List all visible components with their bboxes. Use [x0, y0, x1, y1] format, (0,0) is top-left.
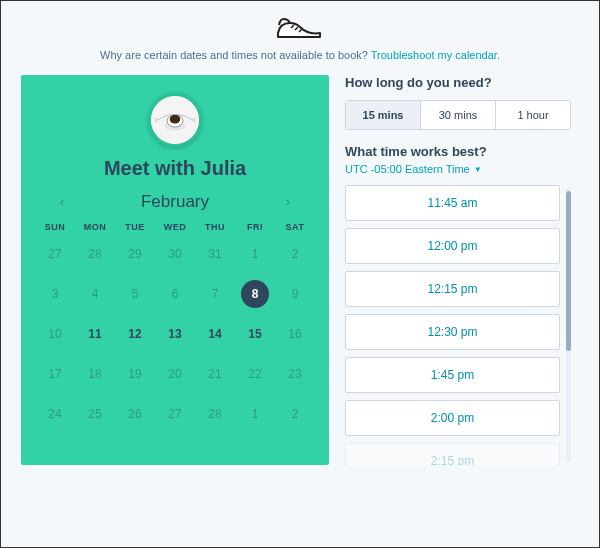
svg-point-3 [170, 115, 181, 124]
calendar-day: 16 [275, 320, 315, 348]
calendar-day[interactable]: 13 [155, 320, 195, 348]
calendar-day: 4 [75, 280, 115, 308]
day-of-week-header: SUNMONTUEWEDTHUFRISAT [35, 222, 315, 232]
calendar-day: 28 [75, 240, 115, 268]
calendar-day: 31 [195, 240, 235, 268]
calendar-day: 24 [35, 400, 75, 428]
calendar-day[interactable]: 15 [235, 320, 275, 348]
calendar-day: 5 [115, 280, 155, 308]
duration-option[interactable]: 1 hour [496, 101, 570, 129]
time-slot[interactable]: 12:30 pm [345, 314, 560, 350]
troubleshoot-line: Why are certain dates and times not avai… [1, 49, 599, 61]
dow-label: WED [155, 222, 195, 232]
calendar-day: 28 [195, 400, 235, 428]
host-avatar [148, 93, 202, 147]
time-slot[interactable]: 1:45 pm [345, 357, 560, 393]
prev-month-button[interactable]: ‹ [53, 193, 71, 211]
calendar-card: Meet with Julia ‹ February › SUNMONTUEWE… [21, 75, 329, 465]
duration-question: How long do you need? [345, 75, 571, 90]
dow-label: MON [75, 222, 115, 232]
calendar-grid: 2728293031123456789101112131415161718192… [35, 240, 315, 428]
calendar-day[interactable]: 14 [195, 320, 235, 348]
time-slot[interactable]: 2:00 pm [345, 400, 560, 436]
calendar-day: 1 [235, 240, 275, 268]
time-slot[interactable]: 2:15 pm [345, 443, 560, 465]
shoe-icon [274, 13, 326, 41]
duration-picker: 15 mins30 mins1 hour [345, 100, 571, 130]
calendar-day[interactable]: 12 [115, 320, 155, 348]
calendar-day[interactable]: 8 [235, 280, 275, 308]
calendar-day: 2 [275, 400, 315, 428]
duration-option[interactable]: 15 mins [346, 101, 421, 129]
dow-label: SAT [275, 222, 315, 232]
calendar-day: 25 [75, 400, 115, 428]
timezone-selector[interactable]: UTC -05:00 Eastern Time ▼ [345, 163, 571, 175]
dow-label: SUN [35, 222, 75, 232]
calendar-day: 18 [75, 360, 115, 388]
brand-logo [1, 13, 599, 41]
calendar-day: 22 [235, 360, 275, 388]
calendar-day: 2 [275, 240, 315, 268]
time-slot-scrollbar[interactable] [566, 187, 571, 463]
time-slot[interactable]: 12:00 pm [345, 228, 560, 264]
calendar-day: 17 [35, 360, 75, 388]
calendar-day: 20 [155, 360, 195, 388]
calendar-day: 9 [275, 280, 315, 308]
time-slot-list: 11:45 am12:00 pm12:15 pm12:30 pm1:45 pm2… [345, 185, 560, 465]
troubleshoot-link[interactable]: Troubleshoot my calendar. [371, 49, 500, 61]
scrollbar-thumb[interactable] [566, 191, 571, 351]
calendar-day[interactable]: 11 [75, 320, 115, 348]
time-slot[interactable]: 11:45 am [345, 185, 560, 221]
calendar-day: 27 [155, 400, 195, 428]
duration-option[interactable]: 30 mins [421, 101, 496, 129]
calendar-day: 19 [115, 360, 155, 388]
calendar-day: 3 [35, 280, 75, 308]
calendar-day: 10 [35, 320, 75, 348]
time-question: What time works best? [345, 144, 571, 159]
dow-label: TUE [115, 222, 155, 232]
timezone-label: UTC -05:00 Eastern Time [345, 163, 470, 175]
calendar-day: 6 [155, 280, 195, 308]
time-slot[interactable]: 12:15 pm [345, 271, 560, 307]
meeting-title: Meet with Julia [35, 157, 315, 180]
calendar-day: 1 [235, 400, 275, 428]
calendar-day: 21 [195, 360, 235, 388]
calendar-day: 27 [35, 240, 75, 268]
dow-label: FRI [235, 222, 275, 232]
calendar-day: 30 [155, 240, 195, 268]
booking-panel: How long do you need? 15 mins30 mins1 ho… [329, 75, 579, 465]
calendar-day: 26 [115, 400, 155, 428]
next-month-button[interactable]: › [279, 193, 297, 211]
troubleshoot-text: Why are certain dates and times not avai… [100, 49, 371, 61]
dow-label: THU [195, 222, 235, 232]
month-label: February [141, 192, 209, 212]
calendar-day-selected[interactable]: 8 [241, 280, 269, 308]
calendar-day: 7 [195, 280, 235, 308]
calendar-day: 29 [115, 240, 155, 268]
calendar-day: 23 [275, 360, 315, 388]
chevron-down-icon: ▼ [474, 165, 482, 174]
